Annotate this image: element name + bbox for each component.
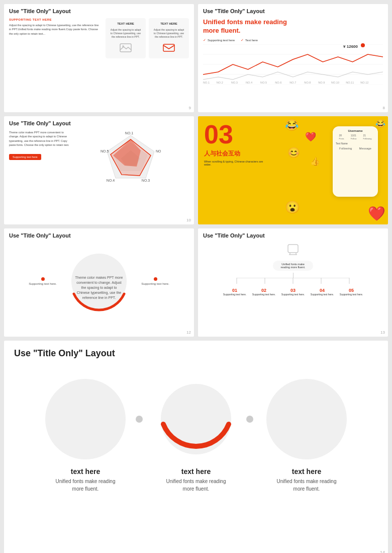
slide-large: Use "Title Only" Layout text here Unifie…: [4, 341, 388, 553]
slide-4-sub: When scrolling & typing, Chinese charact…: [204, 160, 264, 166]
check-icon-2: ✓: [241, 38, 244, 42]
slide-5: Use "Title Only" Layout Supporting text …: [4, 228, 194, 337]
bottom-item-4: 04 Supporting text here.: [309, 288, 335, 296]
slide-1-card1-text: Adjust the spacing to adapt to Chinese t…: [110, 28, 142, 39]
circle-visual-1: [45, 379, 126, 459]
svg-text:NO.4: NO.4: [107, 179, 115, 182]
slide-1: Use "Title Only" Layout SUPPORTING TEXT …: [4, 4, 194, 112]
large-arc-svg: [156, 379, 236, 459]
svg-text:Theme color makes PPT more: Theme color makes PPT more: [75, 276, 123, 279]
svg-text:NO.8: NO.8: [304, 81, 311, 84]
item-label-3: Supporting text here.: [280, 293, 306, 296]
slide-5-title: Use "Title Only" Layout: [4, 228, 194, 241]
slide-4: 03 人与社会互动 When scrolling & typing, Chine…: [198, 116, 388, 224]
svg-text:Chinese typesetting, use the: Chinese typesetting, use the: [77, 291, 121, 295]
radar-chart: NO.1 NO.2 NO.3 NO.4 NO.5: [101, 130, 161, 191]
circle-sub-2: Unified fonts make reading more fluent.: [163, 478, 229, 493]
slide-6-title: Use "Title Only" Layout: [198, 228, 388, 241]
slide-2-red-title: Unified fonts make reading more fluent.: [203, 18, 383, 35]
slide-1-number: 9: [189, 106, 191, 110]
slide-1-body: Adjust the spacing to adapt to Chinese t…: [9, 23, 102, 36]
slide-3-support-btn[interactable]: Supporting text here: [9, 154, 41, 160]
top-icon: [286, 243, 300, 259]
circle-label-2: text here: [181, 467, 211, 476]
slide-5-number: 12: [186, 330, 191, 335]
dot-right: [154, 277, 157, 281]
svg-rect-0: [120, 44, 131, 52]
bottom-items: 01 Supporting text here. 02 Supporting t…: [222, 288, 364, 296]
check-icon-1: ✓: [203, 38, 206, 42]
dot-left: [41, 277, 45, 281]
price-dot: [361, 43, 365, 47]
org-chart: Unified fonts make reading more fluent.: [203, 243, 383, 296]
slide-1-card2-text: Adjust the spacing to adapt to Chinese t…: [153, 28, 185, 39]
bottom-item-2: 02 Supporting text here.: [251, 288, 277, 296]
slide-large-number: 14: [380, 550, 385, 553]
svg-point-46: [161, 384, 231, 454]
slide-2-chart: ¥ 12600 NO.1: [203, 44, 383, 105]
emojis-container: Username 28Posts 1101Follow 21Following …: [282, 116, 388, 224]
slide-2: Use "Title Only" Layout Unified fonts ma…: [198, 4, 388, 112]
arc-svg: Theme color makes PPT more convenient to…: [66, 249, 132, 314]
legend-item-2: ✓ Text here: [241, 38, 258, 42]
bottom-item-1: 01 Supporting text here.: [222, 288, 248, 296]
svg-text:NO.1: NO.1: [203, 81, 210, 84]
circle-item-3: text here Unified fonts make reading mor…: [266, 379, 347, 493]
svg-text:NO.9: NO.9: [318, 81, 325, 84]
slide-2-legend: ✓ Supporting text here ✓ Text here: [203, 38, 383, 42]
bottom-item-5: 05 Supporting text here.: [338, 288, 364, 296]
top-box: Unified fonts make reading more fluent.: [273, 261, 313, 271]
svg-text:the spacing to adapt to: the spacing to adapt to: [81, 286, 117, 290]
item-label-1: Supporting text here.: [222, 293, 248, 296]
slide-1-card2: TEXT HERE Adjust the spacing to adapt to…: [149, 18, 189, 58]
svg-text:NO.2: NO.2: [156, 149, 161, 153]
legend-label-2: Text here: [245, 39, 258, 42]
envelope-icon: [162, 43, 176, 53]
svg-text:convenient to change. Adjust: convenient to change. Adjust: [76, 281, 122, 285]
item-label-2: Supporting text here.: [251, 293, 277, 296]
circles-row: text here Unified fonts make reading mor…: [4, 379, 388, 493]
slide-5-support-right: Supporting text here.: [138, 277, 173, 285]
svg-rect-2: [163, 44, 174, 51]
slide-3-number: 10: [186, 218, 191, 222]
slide-6-number: 13: [380, 330, 385, 335]
slide-1-title: Use "Title Only" Layout: [4, 4, 194, 16]
circle-visual-3: [266, 379, 347, 459]
svg-text:NO.4: NO.4: [246, 81, 252, 84]
svg-text:NO.2: NO.2: [217, 81, 223, 84]
svg-text:NO.6: NO.6: [275, 81, 281, 84]
org-connector: [223, 278, 363, 284]
item-num-4: 04: [309, 288, 335, 293]
circle-bg-1: [45, 379, 126, 459]
slide-3-radar: NO.1 NO.2 NO.3 NO.4 NO.5: [72, 130, 189, 191]
circle-visual-2: [156, 379, 236, 459]
slide-1-card2-label: TEXT HERE: [160, 22, 177, 25]
slide-5-circle-diagram: Theme color makes PPT more convenient to…: [66, 249, 132, 314]
bottom-item-3: 03 Supporting text here.: [280, 288, 306, 296]
svg-text:NO.12: NO.12: [360, 81, 368, 84]
item-label-5: Supporting text here.: [338, 293, 364, 296]
slide-5-support-left: Supporting text here.: [25, 277, 60, 285]
price-tag: ¥ 12600: [343, 44, 358, 49]
item-num-3: 03: [280, 288, 306, 293]
svg-text:NO.3: NO.3: [231, 81, 238, 84]
slide-6: Use "Title Only" Layout Unified fonts ma…: [198, 228, 388, 337]
slide-2-title: Use "Title Only" Layout: [198, 4, 388, 16]
connector-v: [293, 273, 293, 278]
slide-1-card1-label: TEXT HERE: [117, 22, 134, 25]
circle-item-2: text here Unified fonts make reading mor…: [156, 379, 236, 493]
svg-text:NO.11: NO.11: [346, 81, 354, 84]
legend-label-1: Supporting text here: [208, 39, 235, 42]
line-chart: NO.1 NO.2 NO.3 NO.4 NO.5 NO.6 NO.7 NO.8 …: [203, 44, 383, 85]
svg-text:NO.1: NO.1: [125, 131, 133, 135]
circle-label-1: text here: [71, 467, 100, 476]
item-label-4: Supporting text here.: [309, 293, 335, 296]
svg-text:NO.10: NO.10: [331, 81, 339, 84]
svg-text:NO.5: NO.5: [260, 81, 267, 84]
circle-sub-1: Unified fonts make reading more fluent.: [53, 478, 118, 493]
slide-3: Use "Title Only" Layout Theme color make…: [4, 116, 194, 224]
svg-text:reference line in PPT.: reference line in PPT.: [82, 296, 116, 299]
circle-bg-3: [266, 379, 347, 459]
svg-text:NO.7: NO.7: [289, 81, 296, 84]
legend-item-1: ✓ Supporting text here: [203, 38, 235, 42]
